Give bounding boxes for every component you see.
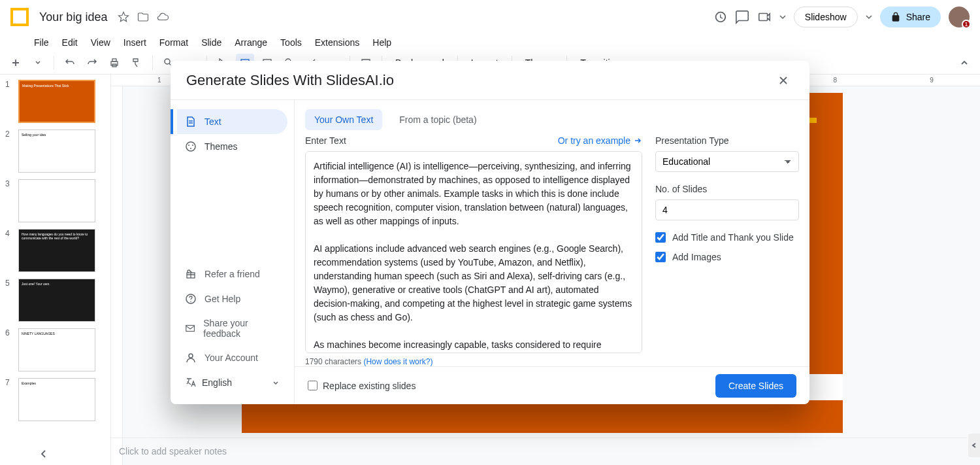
- add-title-label: Add Title and Thank you Slide: [672, 232, 794, 243]
- how-it-works-link[interactable]: (How does it work?): [363, 357, 433, 366]
- presentation-type-label: Presentation Type: [655, 135, 799, 146]
- text-input[interactable]: Artificial intelligence (AI) is intellig…: [305, 151, 642, 353]
- sidebar-item-text[interactable]: Text: [177, 109, 287, 134]
- sidebar-item-themes[interactable]: Themes: [177, 134, 287, 159]
- svg-point-17: [189, 354, 193, 358]
- try-example-link[interactable]: Or try an example: [558, 135, 642, 146]
- char-count: 1790 characters (How does it work?): [305, 357, 642, 366]
- document-icon: [185, 116, 197, 128]
- sidebar-item-refer[interactable]: Refer a friend: [177, 262, 287, 286]
- tab-from-topic[interactable]: From a topic (beta): [390, 109, 485, 130]
- modal-sidebar: Text Themes Refer a friend Get Help Shar…: [171, 100, 295, 404]
- replace-slides-checkbox[interactable]: [308, 381, 318, 390]
- tab-own-text[interactable]: Your Own Text: [305, 109, 382, 130]
- language-selector[interactable]: English: [177, 370, 287, 395]
- sidebar-item-help[interactable]: Get Help: [177, 286, 287, 311]
- close-icon: [777, 75, 789, 86]
- create-slides-button[interactable]: Create Slides: [715, 374, 796, 398]
- svg-point-11: [192, 145, 193, 146]
- add-images-label: Add Images: [672, 252, 721, 262]
- gift-icon: [185, 268, 197, 280]
- svg-point-15: [190, 301, 191, 302]
- add-title-checkbox[interactable]: [655, 232, 666, 243]
- arrow-right-icon: [633, 136, 642, 145]
- presentation-type-select[interactable]: Educational: [655, 151, 799, 172]
- replace-slides-label: Replace existing slides: [323, 381, 416, 391]
- svg-point-9: [186, 142, 195, 151]
- close-button[interactable]: [773, 70, 794, 91]
- palette-icon: [185, 141, 197, 152]
- svg-rect-16: [186, 325, 195, 331]
- generate-slides-modal: Generate Slides With SlidesAI.io Text Th…: [171, 61, 809, 404]
- svg-point-12: [190, 148, 191, 149]
- enter-text-label: Enter Text: [305, 135, 346, 146]
- chevron-down-icon: [272, 379, 280, 387]
- sidebar-item-feedback[interactable]: Share your feedback: [177, 311, 287, 345]
- num-slides-label: No. of Slides: [655, 184, 799, 194]
- modal-title: Generate Slides With SlidesAI.io: [186, 72, 394, 89]
- language-icon: [185, 377, 197, 388]
- num-slides-input[interactable]: [655, 199, 799, 220]
- user-icon: [185, 352, 197, 364]
- svg-point-10: [188, 145, 189, 146]
- modal-backdrop: Generate Slides With SlidesAI.io Text Th…: [0, 0, 980, 465]
- mail-icon: [185, 322, 195, 334]
- sidebar-item-account[interactable]: Your Account: [177, 345, 287, 370]
- add-images-checkbox[interactable]: [655, 252, 666, 262]
- modal-main: Your Own Text From a topic (beta) Enter …: [295, 100, 809, 404]
- help-icon: [185, 293, 197, 305]
